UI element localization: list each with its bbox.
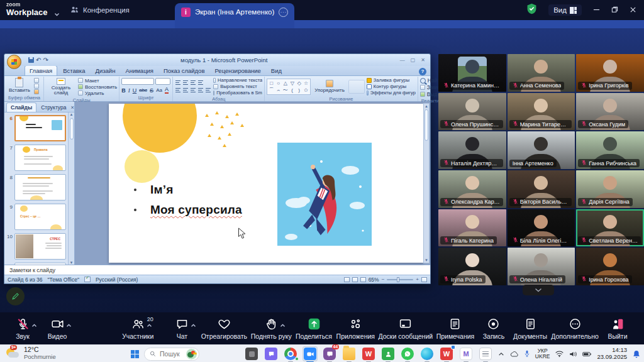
ppt-minimize-icon[interactable]: — — [400, 57, 405, 63]
quick-styles-button[interactable] — [348, 80, 365, 94]
shape-effects-button[interactable]: Эффекты для фигур — [367, 90, 416, 96]
ppt-help-icon[interactable]: ? — [419, 68, 426, 75]
font-size-select[interactable] — [155, 78, 170, 85]
whatsapp-icon[interactable] — [400, 346, 415, 361]
font-style-button[interactable]: I — [128, 87, 130, 94]
tray-mic-icon[interactable] — [525, 350, 530, 358]
viber-icon[interactable]: 44 — [322, 346, 337, 361]
security-shield-icon[interactable] — [526, 3, 537, 17]
battery-icon[interactable] — [582, 351, 591, 357]
notes-button[interactable]: Примечания — [438, 317, 473, 340]
shape-glyph[interactable]: ▽ — [289, 80, 296, 87]
apps-button[interactable]: Приложения — [338, 317, 374, 340]
m-purple-app-icon[interactable]: M — [458, 346, 474, 361]
ppt-ribbon-tab-7[interactable]: Вид — [267, 66, 286, 75]
chevron-up-icon[interactable] — [147, 321, 152, 329]
ppt-ribbon-tab-1[interactable]: Главная — [25, 65, 57, 75]
list-buttons[interactable] — [175, 80, 211, 85]
copy-icon[interactable] — [34, 84, 39, 89]
more-participants-button[interactable] — [523, 285, 554, 295]
participant-tile[interactable]: Наталія Дехтярьова — [438, 131, 506, 169]
font-style-button[interactable]: B — [121, 87, 126, 94]
ppt-titlebar[interactable]: ↶ ↷ модуль 1 - Microsoft PowerPoint — ▢ … — [4, 54, 430, 66]
shape-glyph[interactable]: □ — [268, 80, 275, 87]
view-button[interactable]: Вид — [548, 4, 582, 16]
onedrive-icon[interactable] — [510, 351, 519, 357]
annotation-tool-button[interactable] — [6, 287, 25, 305]
file-explorer-icon[interactable] — [341, 346, 357, 361]
participant-tile[interactable]: Біла Лілія Олегівна — [508, 209, 575, 247]
office-button[interactable] — [7, 55, 21, 69]
participant-tile[interactable]: Пігаль Катерина — [438, 209, 506, 247]
shape-glyph[interactable]: ( — [289, 87, 296, 94]
whiteboards-button[interactable]: Доски сообщений — [380, 317, 431, 340]
chevron-up-icon[interactable] — [191, 321, 196, 329]
font-style-button[interactable]: A — [165, 87, 169, 93]
font-name-select[interactable] — [121, 78, 154, 85]
reset-button[interactable]: Восстановить — [78, 84, 117, 90]
status-language[interactable]: Русский (Россия) — [96, 277, 138, 283]
ppt-ribbon-tab-4[interactable]: Анимация — [121, 66, 158, 75]
shape-glyph[interactable]: △ — [282, 80, 289, 87]
participant-tile[interactable]: Оксана Гудим — [576, 93, 644, 131]
participant-tile[interactable]: Ірина Григорків — [576, 54, 644, 92]
shape-glyph[interactable]: ⌒ — [268, 87, 275, 94]
minimize-button[interactable] — [593, 6, 600, 14]
slide-thumbnail-8[interactable]: 8 — [6, 174, 66, 200]
audio-button[interactable]: Звук — [9, 317, 36, 340]
pane-tab-slides[interactable]: Слайды — [6, 102, 36, 112]
search-highlight-image[interactable] — [186, 349, 197, 359]
workspace-chevron-down-icon[interactable] — [54, 8, 60, 19]
zoom-in-button[interactable]: + — [416, 277, 419, 282]
shape-gallery[interactable]: □○△▽◇☆⌒⌢〜()✩ — [267, 79, 311, 95]
w-red-app2-icon[interactable]: W — [439, 346, 454, 361]
taskbar-clock[interactable]: 14:13 23.09.2025 — [597, 347, 627, 361]
tab-conference[interactable]: Конференция — [70, 0, 130, 20]
save-icon[interactable] — [28, 57, 34, 63]
sorter-view-icon[interactable] — [352, 277, 358, 282]
participant-tile[interactable]: Iryna Polska — [438, 248, 506, 285]
redo-icon[interactable]: ↷ — [43, 57, 48, 63]
participant-tile[interactable]: Олександра Кардашо... — [438, 170, 506, 208]
edge-icon[interactable] — [419, 346, 435, 361]
notification-bell-icon[interactable] — [633, 350, 640, 358]
language-switcher[interactable]: УКРUKRE — [535, 348, 550, 360]
align-text-button[interactable]: Выровнять текст — [213, 84, 262, 89]
participant-tile[interactable]: Катерина Каминская — [438, 54, 506, 92]
leave-button[interactable]: Выйти — [604, 317, 631, 340]
normal-view-icon[interactable] — [344, 277, 350, 282]
slide-scrollbar[interactable]: ▲▼ — [423, 103, 430, 263]
chrome-icon[interactable] — [283, 346, 298, 361]
participant-tile[interactable]: Олена Прушинська — [438, 93, 506, 131]
participant-tile[interactable]: Олена Нігалатій — [508, 248, 575, 285]
zoom-slider[interactable] — [387, 279, 413, 280]
chevron-up-icon[interactable] — [31, 321, 37, 329]
zoom-out-button[interactable]: − — [382, 277, 385, 282]
chevron-up-icon[interactable] — [66, 321, 72, 329]
participant-tile[interactable]: Анна Семенова — [508, 54, 575, 92]
ppt-close-icon[interactable]: ✕ — [421, 57, 425, 63]
documents-button[interactable]: Документы — [514, 317, 546, 340]
participant-tile[interactable]: Дарія Сергіївна — [576, 170, 644, 208]
arrange-button[interactable]: Упорядочить — [313, 79, 347, 94]
more-button[interactable]: Дополнительно — [553, 317, 597, 340]
reactions-button[interactable]: Отреагировать — [203, 317, 245, 340]
tray-chevron-up-icon[interactable] — [498, 352, 504, 356]
search-input[interactable] — [158, 349, 184, 358]
shape-glyph[interactable]: ☆ — [303, 80, 309, 87]
slide-thumbnail-9[interactable]: 9 Стрес – це … — [6, 204, 66, 230]
paste-button[interactable]: Вставить — [7, 77, 32, 94]
shape-glyph[interactable]: ○ — [275, 80, 282, 87]
document-app-icon[interactable] — [478, 346, 493, 361]
chat-app-icon[interactable] — [264, 346, 279, 361]
w-red-app-icon[interactable]: W — [361, 346, 376, 361]
green-app-icon[interactable] — [380, 346, 396, 361]
slide-thumbnail-7[interactable]: 7 Правила — [6, 145, 66, 171]
shape-glyph[interactable]: 〜 — [282, 87, 289, 94]
participants-button[interactable]: 20Участники — [123, 317, 152, 340]
ppt-ribbon-tab-6[interactable]: Рецензирование — [210, 66, 265, 75]
shape-glyph[interactable]: ) — [296, 87, 303, 94]
slide-canvas[interactable]: Ім’я Моя суперсила — [109, 104, 423, 263]
align-buttons[interactable] — [175, 87, 211, 93]
taskbar-search[interactable] — [144, 348, 199, 361]
